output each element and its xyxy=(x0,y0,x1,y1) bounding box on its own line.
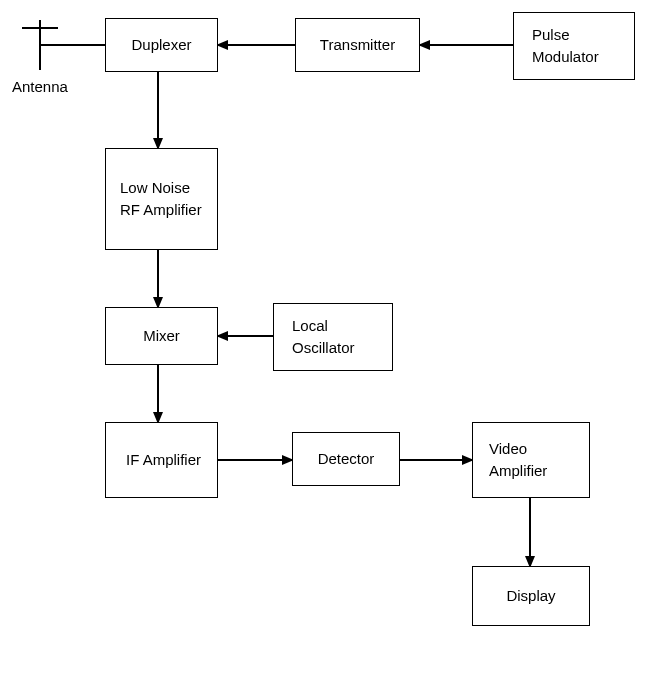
block-pulse-modulator: Pulse Modulator xyxy=(513,12,635,80)
antenna-label: Antenna xyxy=(12,78,68,95)
block-detector-label: Detector xyxy=(318,448,375,471)
block-low-noise-rf-amp: Low Noise RF Amplifier xyxy=(105,148,218,250)
block-low-noise-rf-amp-label: Low Noise RF Amplifier xyxy=(120,177,207,222)
block-mixer-label: Mixer xyxy=(143,325,180,348)
block-mixer: Mixer xyxy=(105,307,218,365)
block-pulse-modulator-label: Pulse Modulator xyxy=(532,24,624,69)
block-video-amplifier-label: Video Amplifier xyxy=(489,438,579,483)
block-transmitter: Transmitter xyxy=(295,18,420,72)
block-video-amplifier: Video Amplifier xyxy=(472,422,590,498)
block-duplexer: Duplexer xyxy=(105,18,218,72)
block-transmitter-label: Transmitter xyxy=(320,34,395,57)
block-display: Display xyxy=(472,566,590,626)
block-duplexer-label: Duplexer xyxy=(131,34,191,57)
block-local-oscillator-label: Local Oscillator xyxy=(292,315,382,360)
block-if-amplifier-label: IF Amplifier xyxy=(126,449,201,472)
block-detector: Detector xyxy=(292,432,400,486)
block-local-oscillator: Local Oscillator xyxy=(273,303,393,371)
block-if-amplifier: IF Amplifier xyxy=(105,422,218,498)
block-display-label: Display xyxy=(506,585,555,608)
